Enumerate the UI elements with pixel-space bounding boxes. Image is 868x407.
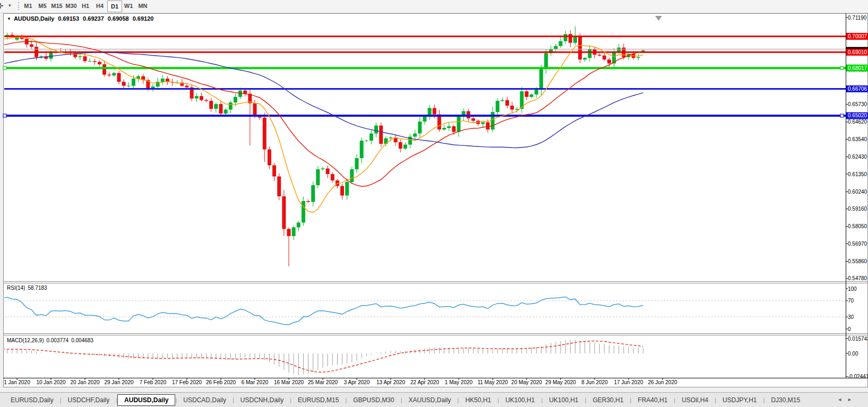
svg-text:0.65020: 0.65020: [848, 112, 867, 118]
ohlc-low: 0.69058: [108, 15, 129, 22]
chart-ohlc-header: ▼AUDUSD,Daily0.691530.692370.690580.6912…: [7, 15, 153, 22]
crosshair-tool-icon[interactable]: ✛: [0, 2, 4, 10]
macd-indicator-label: MACD(12,26,9)0.0037740.004683: [7, 337, 96, 343]
ohlc-close: 0.69120: [133, 15, 154, 22]
svg-text:0.54780: 0.54780: [848, 275, 867, 281]
rsi-value: 58.7183: [28, 285, 47, 291]
rsi-indicator-label: RSI(14)58.7183: [7, 285, 50, 291]
timeframe-button-H1[interactable]: H1: [79, 1, 92, 11]
chart-tab-usdcnh-daily[interactable]: USDCNH,Daily: [234, 395, 290, 405]
macd-name: MACD(12,26,9): [7, 337, 44, 343]
svg-text:6 Mar 2020: 6 Mar 2020: [242, 379, 269, 385]
macd-signal-value: 0.004683: [71, 337, 93, 343]
chart-tab-bar: EURUSD,Daily|USDCHF,Daily|AUDUSD,Daily|U…: [0, 392, 868, 407]
svg-text:-0.024413: -0.024413: [848, 374, 868, 379]
price-chart-canvas[interactable]: 0.711900.679200.657300.646200.635400.624…: [0, 0, 868, 407]
svg-text:0.63540: 0.63540: [848, 136, 867, 142]
chart-tab-ger30-h1[interactable]: GER30,H1: [586, 395, 630, 405]
svg-text:29 Jan 2020: 29 Jan 2020: [104, 379, 133, 385]
svg-text:0.69010: 0.69010: [848, 49, 867, 55]
svg-text:13 Apr 2020: 13 Apr 2020: [376, 379, 405, 385]
timeframe-button-H4[interactable]: H4: [93, 1, 107, 11]
line-selection-handle[interactable]: [840, 66, 844, 70]
svg-text:1 May 2020: 1 May 2020: [445, 379, 473, 385]
timeframe-button-M5[interactable]: M5: [36, 1, 49, 11]
svg-text:1 Jan 2020: 1 Jan 2020: [4, 379, 30, 385]
rsi-name: RSI(14): [7, 285, 25, 291]
svg-text:0.65730: 0.65730: [848, 101, 867, 107]
svg-text:0: 0: [848, 326, 851, 332]
timeframe-button-D1[interactable]: D1: [107, 1, 122, 12]
svg-text:0.60240: 0.60240: [848, 189, 867, 195]
svg-text:11 May 2020: 11 May 2020: [477, 379, 508, 385]
timeframe-button-MN[interactable]: MN: [136, 1, 150, 11]
line-selection-handle[interactable]: [840, 114, 844, 117]
timeframe-button-M1[interactable]: M1: [21, 1, 35, 11]
chart-tab-eurusd-m15[interactable]: EURUSD,M15: [291, 395, 345, 405]
chevron-down-icon[interactable]: ▾: [8, 3, 11, 8]
svg-text:0.56970: 0.56970: [848, 241, 867, 247]
chart-tab-audusd-daily[interactable]: AUDUSD,Daily: [117, 394, 175, 406]
chart-tab-dj30-m15[interactable]: DJ30,M15: [764, 395, 806, 405]
toolbar-grip[interactable]: [18, 2, 19, 10]
svg-text:10 Jan 2020: 10 Jan 2020: [36, 379, 65, 385]
svg-text:0.015743: 0.015743: [848, 336, 868, 342]
ohlc-open: 0.69153: [58, 15, 79, 22]
chart-tab-usoil-h4[interactable]: USOil,H4: [675, 395, 715, 405]
chart-tab-usdchf-daily[interactable]: USDCHF,Daily: [62, 395, 116, 405]
triangle-down-icon[interactable]: ▼: [7, 16, 11, 21]
timeframe-button-M30[interactable]: M30: [64, 1, 78, 11]
svg-text:30: 30: [848, 314, 854, 320]
svg-text:22 Apr 2020: 22 Apr 2020: [410, 379, 439, 385]
line-selection-handle[interactable]: [3, 114, 6, 117]
svg-text:0.58050: 0.58050: [848, 223, 867, 229]
svg-text:20 Jan 2020: 20 Jan 2020: [70, 379, 99, 385]
svg-text:0.00: 0.00: [848, 351, 858, 357]
svg-text:16 Mar 2020: 16 Mar 2020: [274, 379, 304, 385]
svg-text:26 Jun 2020: 26 Jun 2020: [648, 379, 677, 385]
chart-symbol-period: AUDUSD,Daily: [14, 15, 54, 22]
svg-text:17 Feb 2020: 17 Feb 2020: [172, 379, 202, 385]
svg-text:100: 100: [848, 286, 857, 292]
ohlc-high: 0.69237: [83, 15, 104, 22]
svg-text:25 Mar 2020: 25 Mar 2020: [308, 379, 338, 385]
chart-tab-fra40-h1[interactable]: FRA40,H1: [631, 395, 674, 405]
svg-text:17 Jun 2020: 17 Jun 2020: [614, 379, 643, 385]
svg-text:20 May 2020: 20 May 2020: [511, 379, 542, 385]
svg-text:7 Feb 2020: 7 Feb 2020: [140, 379, 167, 385]
svg-text:0.64620: 0.64620: [848, 119, 867, 125]
chart-tab-eurusd-daily[interactable]: EURUSD,Daily: [4, 395, 60, 405]
line-selection-handle[interactable]: [3, 66, 6, 70]
svg-text:0.70007: 0.70007: [848, 33, 867, 39]
top-toolbar: ✛ ▾ M1M5M15M30H1H4D1W1MN: [0, 0, 868, 13]
svg-text:70: 70: [848, 298, 854, 304]
svg-text:0.71190: 0.71190: [848, 15, 867, 21]
svg-text:3 Apr 2020: 3 Apr 2020: [344, 379, 370, 385]
svg-text:0.59160: 0.59160: [848, 206, 867, 212]
svg-text:0.61350: 0.61350: [848, 171, 867, 177]
svg-text:0.68017: 0.68017: [848, 65, 867, 71]
chevron-right-icon[interactable]: ►: [847, 397, 852, 402]
svg-text:0.66706: 0.66706: [848, 86, 867, 92]
svg-text:26 Feb 2020: 26 Feb 2020: [206, 379, 236, 385]
timeframe-button-M15[interactable]: M15: [50, 1, 64, 11]
svg-text:0.62430: 0.62430: [848, 154, 867, 160]
macd-value: 0.003774: [46, 337, 68, 343]
chart-tab-gbpusd-m30[interactable]: GBPUSD,M30: [347, 395, 400, 405]
chart-tab-hk50-h1[interactable]: HK50,H1: [459, 395, 497, 405]
chevron-left-icon[interactable]: ◄: [837, 397, 842, 402]
svg-text:8 Jun 2020: 8 Jun 2020: [581, 379, 608, 385]
chart-tab-uk100-h1[interactable]: UK100,H1: [499, 395, 541, 405]
chart-tab-uk100-h1[interactable]: UK100,H1: [543, 395, 585, 405]
svg-text:0.55860: 0.55860: [848, 258, 867, 264]
svg-text:29 May 2020: 29 May 2020: [545, 379, 576, 385]
timeframe-button-W1[interactable]: W1: [122, 1, 135, 11]
chart-tab-usdcad-daily[interactable]: USDCAD,Daily: [177, 395, 233, 405]
chart-tab-usdjpy-h1[interactable]: USDJPY,H1: [716, 395, 763, 405]
chart-tab-xauusd-daily[interactable]: XAUUSD,Daily: [402, 395, 458, 405]
